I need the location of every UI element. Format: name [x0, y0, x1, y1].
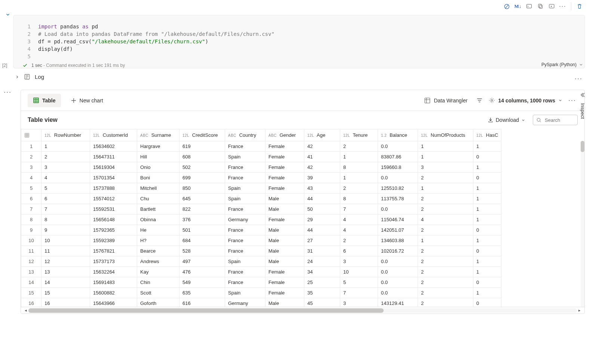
table-row[interactable]: 1115634602Hargrave619FranceFemale4220.01… — [21, 141, 501, 152]
tab-table[interactable]: Table — [28, 94, 61, 107]
code-editor[interactable]: import pandas as pd # Load data into pan… — [34, 15, 584, 68]
cell: 0.0 — [378, 204, 418, 215]
row-index: 16 — [21, 298, 42, 307]
cell: 15574012 — [90, 194, 137, 204]
cell: 0 — [473, 225, 501, 235]
table-row[interactable]: 111115767821Bearce528FranceMale316102016… — [21, 246, 501, 256]
cell: 1 — [42, 141, 90, 152]
copy-cell-icon[interactable] — [535, 1, 546, 11]
output-header: Table New chart Data Wrangler 14 columns… — [21, 90, 584, 111]
kernel-selector[interactable]: PySpark (Python) — [541, 62, 583, 67]
cell: 3 — [340, 298, 378, 307]
scroll-left-icon[interactable]: ◂ — [23, 308, 28, 313]
data-wrangler-button[interactable]: Data Wrangler — [421, 97, 470, 104]
table-row[interactable]: 141415691483Chin549FranceFemale2550.020 — [21, 277, 501, 288]
table-row[interactable]: 101015592389H?684FranceMale272134603.881… — [21, 235, 501, 246]
cell: 42 — [304, 141, 340, 152]
cell: 11 — [42, 246, 90, 256]
table-row[interactable]: 2215647311Hill608SpainFemale41183807.861… — [21, 152, 501, 162]
table-row[interactable]: 161615643966Goforth616GermanyMale4531431… — [21, 298, 501, 307]
columns-info[interactable]: 14 columns, 1000 rows — [489, 97, 562, 104]
cell: 1 — [340, 152, 378, 162]
column-header[interactable]: ABC Gender — [265, 129, 304, 141]
cell: Male — [265, 246, 304, 256]
table-row[interactable]: 6615574012Chu645SpainMale448113755.7821 — [21, 194, 501, 204]
column-header[interactable]: ABC Country — [225, 129, 265, 141]
expand-panel-icon[interactable] — [580, 92, 586, 98]
table-row[interactable]: 7715592531Bartlett822FranceMale5070.021 — [21, 204, 501, 215]
cell: 1 — [473, 204, 501, 215]
more-actions-icon[interactable]: ··· — [557, 1, 568, 11]
cell: 13 — [42, 267, 90, 277]
table-row[interactable]: 9915792365He501FranceMale444142051.0720 — [21, 225, 501, 235]
cell: Male — [265, 298, 304, 307]
cell: 15619304 — [90, 162, 137, 173]
column-header[interactable]: 12L Tenure — [340, 129, 378, 141]
table-row[interactable]: 131315632264Kay476FranceFemale34100.021 — [21, 267, 501, 277]
exec-time: 1 sec — [31, 63, 42, 68]
column-header[interactable]: 12L CustomerId — [90, 129, 137, 141]
tab-new-chart-label: New chart — [80, 98, 103, 104]
column-header[interactable]: 12L HasC — [473, 129, 501, 141]
cell: 0.0 — [378, 277, 418, 288]
svg-rect-2 — [540, 5, 543, 9]
cell: 6 — [42, 194, 90, 204]
log-toggle[interactable]: Log — [15, 74, 44, 80]
index-header[interactable] — [21, 129, 42, 141]
svg-point-7 — [491, 99, 493, 101]
insert-snippet-icon[interactable] — [524, 1, 534, 11]
cell: 44 — [304, 194, 340, 204]
log-more-icon[interactable]: ··· — [575, 75, 583, 83]
cell: 0.0 — [378, 256, 418, 267]
cell: 10 — [340, 267, 378, 277]
table-row[interactable]: 4415701354Boni699FranceFemale3910.020 — [21, 173, 501, 183]
cell: 8 — [340, 162, 378, 173]
column-header[interactable]: 12L CreditScore — [179, 129, 225, 141]
line-number-gutter: 12345 — [14, 15, 34, 68]
table-view-title: Table view — [28, 117, 58, 123]
cell: 0 — [473, 277, 501, 288]
column-header[interactable]: 1.2 Balance — [378, 129, 418, 141]
cell: Mitchell — [137, 183, 179, 194]
search-input[interactable] — [544, 117, 574, 123]
cell: Spain — [225, 183, 265, 194]
download-button[interactable]: Download — [488, 117, 525, 123]
delete-cell-icon[interactable] — [574, 1, 585, 11]
row-index: 15 — [21, 288, 42, 298]
table-row[interactable]: 151515600882Scott635SpainFemale3570.021 — [21, 288, 501, 298]
code-cell[interactable]: 12345 import pandas as pd # Load data in… — [13, 15, 585, 68]
execution-status: 1 sec - Command executed in 1 sec 191 ms… — [22, 63, 515, 68]
horizontal-scrollbar[interactable]: ◂ ▸ — [21, 307, 584, 314]
cell: France — [225, 277, 265, 288]
table-row[interactable]: 121215737173Andrews497SpainMale2430.021 — [21, 256, 501, 267]
collapse-cell-chevron-icon[interactable] — [5, 12, 10, 17]
log-icon — [24, 74, 30, 80]
inspect-tab[interactable]: Inspect — [580, 103, 586, 119]
exec-detail: - Command executed in 1 sec 191 ms by — [42, 63, 125, 68]
cell: 15592389 — [90, 235, 137, 246]
checkmark-icon — [22, 63, 28, 68]
cell: 0 — [473, 298, 501, 307]
column-header[interactable]: ABC Surname — [137, 129, 179, 141]
cell: Spain — [225, 194, 265, 204]
table-row[interactable]: 3315619304Onio502FranceFemale428159660.8… — [21, 162, 501, 173]
filter-button[interactable] — [475, 97, 484, 104]
row-index: 12 — [21, 256, 42, 267]
cell: 45 — [304, 298, 340, 307]
column-header[interactable]: 12L Age — [304, 129, 340, 141]
svg-rect-5 — [34, 98, 39, 103]
cell: Chu — [137, 194, 179, 204]
search-box[interactable] — [533, 115, 578, 125]
output-collapse-icon[interactable]: ··· — [4, 88, 12, 96]
cell: 41 — [304, 152, 340, 162]
cell: 2 — [418, 267, 473, 277]
convert-to-markdown-button[interactable]: M↓ — [513, 1, 523, 11]
table-row[interactable]: 5515737888Mitchell850SpainFemale43212551… — [21, 183, 501, 194]
column-header[interactable]: 12L RowNumber — [42, 129, 90, 141]
tab-new-chart[interactable]: New chart — [65, 94, 108, 107]
column-header[interactable]: 12L NumOfProducts — [418, 129, 473, 141]
toggle-parameter-cell-icon[interactable] — [501, 1, 512, 11]
run-cell-below-icon[interactable] — [546, 1, 557, 11]
table-row[interactable]: 8815656148Obinna376GermanyFemale29411504… — [21, 215, 501, 225]
cell: 850 — [179, 183, 225, 194]
